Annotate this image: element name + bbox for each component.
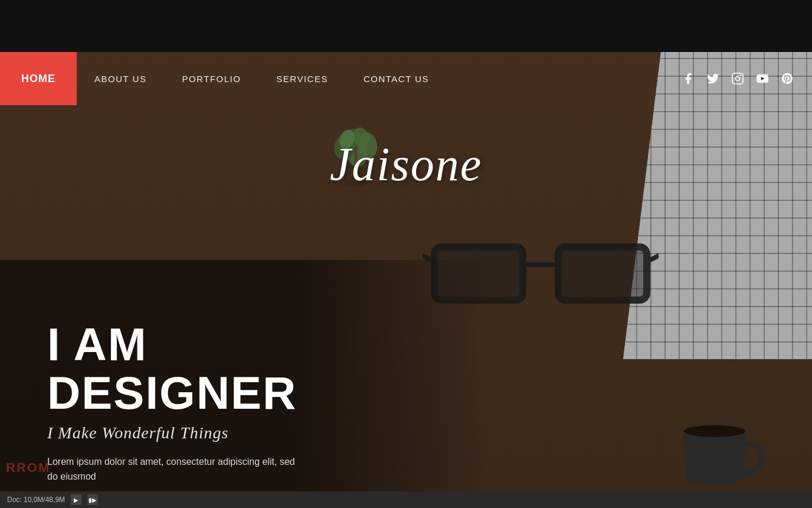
hero-description: Lorem ipsum dolor sit amet, consectetur … <box>47 454 295 484</box>
svg-point-18 <box>735 76 739 80</box>
step-button[interactable]: ▮▶ <box>87 494 98 505</box>
hero-subtitle: I Make Wonderful Things <box>47 424 297 442</box>
hero-title: I AM DESIGNER <box>47 321 297 418</box>
home-nav-button[interactable]: HOME <box>0 52 77 105</box>
svg-rect-11 <box>558 247 647 300</box>
navbar: HOME ABOUT US PORTFOLIO SERVICES CONTACT… <box>0 52 812 105</box>
youtube-icon[interactable] <box>755 71 770 86</box>
play-button[interactable]: ▶ <box>71 494 81 505</box>
top-bar <box>0 0 812 52</box>
nav-services[interactable]: SERVICES <box>276 74 328 84</box>
svg-point-19 <box>740 75 742 77</box>
nav-links-container: ABOUT US PORTFOLIO SERVICES CONTACT US <box>77 74 681 84</box>
svg-rect-17 <box>732 73 743 84</box>
doc-info: Doc: 10,0M/48,9M <box>7 496 65 504</box>
coffee-cup-decoration <box>676 402 765 490</box>
twitter-icon[interactable] <box>706 71 720 86</box>
nav-contact[interactable]: CONTACT US <box>364 74 429 84</box>
hero-content: I AM DESIGNER I Make Wonderful Things Lo… <box>47 321 297 484</box>
social-icons-container <box>681 71 812 86</box>
watermark: RROM <box>0 460 50 476</box>
brand-name: Jaisone <box>330 138 482 191</box>
svg-point-16 <box>684 425 745 437</box>
main-content: HOME ABOUT US PORTFOLIO SERVICES CONTACT… <box>0 52 812 508</box>
instagram-icon[interactable] <box>731 71 745 86</box>
pinterest-icon[interactable] <box>780 71 794 86</box>
hero-line1: I AM <box>47 321 297 369</box>
facebook-icon[interactable] <box>681 71 695 86</box>
nav-about[interactable]: ABOUT US <box>94 74 146 84</box>
hero-line2: DESIGNER <box>47 369 297 418</box>
brand-section: Jaisone <box>0 105 812 223</box>
nav-portfolio[interactable]: PORTFOLIO <box>182 74 241 84</box>
status-bar: Doc: 10,0M/48,9M ▶ ▮▶ <box>0 491 812 508</box>
